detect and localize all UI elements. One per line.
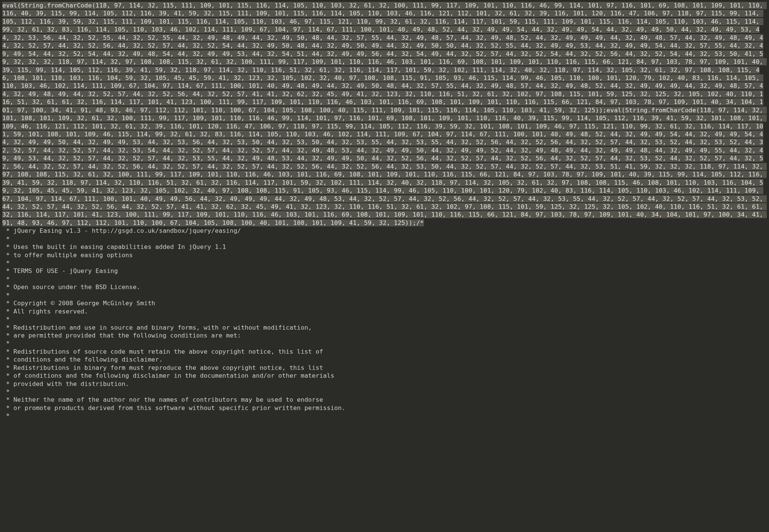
code-viewer: eval(String.fromCharCode(118, 97, 114, 3… (0, 0, 769, 532)
comment-section: * jQuery Easing v1.3 - http://gsgd.co.uk… (2, 227, 767, 420)
comment-text: * jQuery Easing v1.3 - http://gsgd.co.uk… (2, 227, 345, 419)
eval-code-section: eval(String.fromCharCode(118, 97, 114, 3… (2, 2, 767, 227)
eval-code-text: eval(String.fromCharCode(118, 97, 114, 3… (2, 2, 767, 226)
